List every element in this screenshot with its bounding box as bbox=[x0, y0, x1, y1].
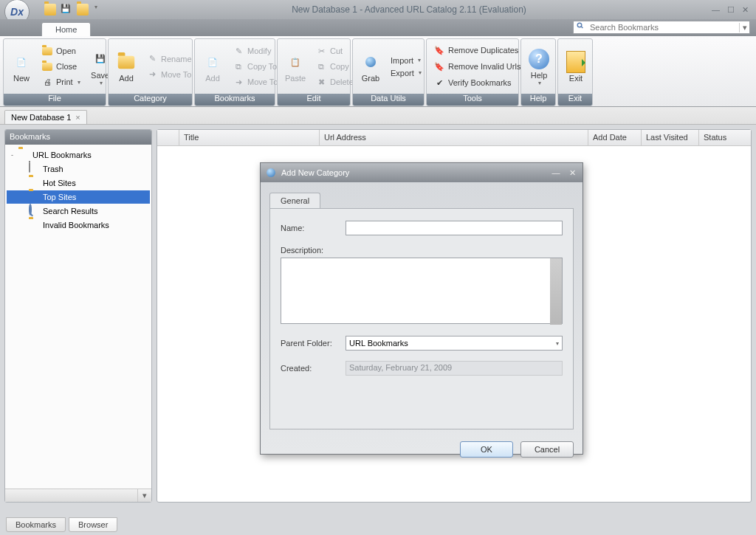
open-button[interactable]: Open bbox=[38, 44, 84, 58]
bottom-tabs: Bookmarks Browser bbox=[6, 517, 117, 532]
export-label: Export bbox=[391, 69, 414, 77]
tree-node-search-results[interactable]: Search Results bbox=[7, 204, 150, 218]
verify-label: Verify Bookmarks bbox=[448, 78, 512, 87]
import-button[interactable]: Import▾ bbox=[387, 55, 425, 66]
ribbon-group-category: Add ✎Rename ➜Move To Category bbox=[108, 38, 193, 106]
add-category-button[interactable]: Add bbox=[111, 48, 141, 85]
help-label: Help bbox=[531, 71, 548, 80]
tree-node-hot-sites[interactable]: Hot Sites bbox=[7, 176, 150, 190]
cancel-button[interactable]: Cancel bbox=[520, 441, 574, 458]
grid-col-icon[interactable] bbox=[157, 130, 179, 145]
scroll-dropdown-icon[interactable]: ▾ bbox=[138, 489, 151, 502]
paste-button[interactable]: 📋 Paste bbox=[281, 48, 310, 85]
cut-button[interactable]: ✂Cut bbox=[312, 44, 357, 58]
add-category-dialog: Add New Category — ✕ General Name: Descr… bbox=[260, 162, 583, 455]
maximize-button[interactable]: ☐ bbox=[727, 5, 735, 15]
moveto-bookmark-button[interactable]: ➜Move To bbox=[229, 75, 281, 89]
tree-node-label: Hot Sites bbox=[43, 179, 76, 187]
save-icon[interactable]: 💾 bbox=[61, 4, 72, 15]
grid-col-adddate[interactable]: Add Date bbox=[588, 130, 642, 145]
rename-category-button[interactable]: ✎Rename bbox=[142, 52, 196, 66]
search-dropdown-icon[interactable]: ▾ bbox=[739, 23, 749, 32]
copy-button[interactable]: ⧉Copy bbox=[312, 59, 357, 74]
expand-icon[interactable]: - bbox=[8, 151, 16, 159]
verify-icon: ✔ bbox=[433, 77, 445, 89]
copyto-button[interactable]: ⧉Copy To bbox=[229, 59, 281, 74]
search-input[interactable] bbox=[590, 23, 739, 32]
add-bookmark-button[interactable]: 📄 Add bbox=[198, 48, 227, 85]
delete-icon: ✖ bbox=[315, 76, 327, 88]
rename-label: Rename bbox=[161, 55, 192, 63]
dialog-titlebar[interactable]: Add New Category — ✕ bbox=[261, 163, 583, 182]
remove-duplicates-button[interactable]: 🔖Remove Duplicates bbox=[430, 43, 524, 58]
add-bookmark-label: Add bbox=[205, 74, 220, 83]
verify-bookmarks-button[interactable]: ✔Verify Bookmarks bbox=[430, 75, 524, 90]
new-button[interactable]: 📄 New bbox=[7, 48, 36, 85]
open-icon[interactable] bbox=[44, 4, 56, 15]
tree-node-top-sites[interactable]: Top Sites bbox=[7, 190, 150, 204]
exit-button[interactable]: Exit bbox=[561, 48, 591, 85]
dialog-title-text: Add New Category bbox=[281, 168, 349, 177]
bottom-tab-browser[interactable]: Browser bbox=[69, 517, 117, 532]
grid-col-status[interactable]: Status bbox=[699, 130, 751, 145]
bottom-tab-bookmarks[interactable]: Bookmarks bbox=[6, 517, 66, 532]
tree-node-label: Search Results bbox=[43, 207, 98, 215]
document-tab-row: New Database 1 × bbox=[0, 107, 756, 125]
add-icon[interactable] bbox=[77, 4, 89, 15]
close-folder-icon bbox=[41, 61, 53, 72]
copyto-icon: ⧉ bbox=[233, 61, 244, 72]
ok-button[interactable]: OK bbox=[460, 441, 513, 458]
ribbon-group-bookmarks: 📄 Add ✎Modify ⧉Copy To ➜Move To Bookmark… bbox=[194, 38, 275, 106]
search-icon bbox=[576, 21, 588, 33]
help-button[interactable]: ? Help▾ bbox=[524, 45, 554, 89]
tree-view[interactable]: -URL BookmarksTrashHot SitesTop SitesSea… bbox=[5, 145, 151, 489]
modify-icon: ✎ bbox=[233, 45, 244, 57]
remove-invalid-button[interactable]: 🔖Remove Invalid Urls bbox=[430, 59, 524, 74]
minimize-button[interactable]: — bbox=[712, 5, 720, 15]
sidebar: Bookmarks -URL BookmarksTrashHot SitesTo… bbox=[4, 129, 152, 503]
qat-dropdown-icon[interactable]: ▾ bbox=[94, 4, 106, 15]
tree-node-url-bookmarks[interactable]: -URL Bookmarks bbox=[7, 148, 150, 162]
tree-node-trash[interactable]: Trash bbox=[7, 162, 150, 176]
sidebar-hscroll[interactable]: ▾ bbox=[5, 489, 151, 502]
bookmark-add-icon: 📄 bbox=[201, 50, 224, 74]
moveto-label: Move To bbox=[247, 77, 278, 86]
print-button[interactable]: 🖨Print▾ bbox=[38, 75, 84, 89]
move-category-button[interactable]: ➜Move To bbox=[142, 67, 196, 82]
dialog-minimize-button[interactable]: — bbox=[550, 168, 562, 177]
dialog-tab-general[interactable]: General bbox=[269, 193, 320, 208]
document-tab[interactable]: New Database 1 × bbox=[4, 110, 87, 124]
save-label: Save bbox=[91, 71, 109, 80]
tree-node-invalid-bookmarks[interactable]: Invalid Bookmarks bbox=[7, 218, 150, 232]
name-input[interactable] bbox=[346, 221, 563, 235]
cut-icon: ✂ bbox=[315, 45, 327, 57]
grid-col-url[interactable]: Url Address bbox=[320, 130, 588, 145]
modify-button[interactable]: ✎Modify bbox=[229, 44, 281, 58]
moveto-icon: ➜ bbox=[233, 76, 244, 88]
close-tab-icon[interactable]: × bbox=[75, 113, 80, 122]
exit-icon bbox=[564, 50, 588, 74]
tab-home[interactable]: Home bbox=[41, 22, 91, 36]
copy-label: Copy bbox=[330, 62, 349, 71]
group-label-help: Help bbox=[521, 94, 555, 106]
chevron-down-icon: ▾ bbox=[100, 80, 103, 86]
description-textarea[interactable] bbox=[281, 258, 563, 324]
import-label: Import bbox=[391, 56, 413, 65]
export-button[interactable]: Export▾ bbox=[387, 67, 425, 79]
copy-icon: ⧉ bbox=[315, 61, 327, 72]
dialog-close-button[interactable]: ✕ bbox=[566, 168, 578, 178]
close-button[interactable]: ✕ bbox=[742, 5, 749, 15]
content-area: Title Url Address Add Date Last Visited … bbox=[157, 129, 752, 503]
move-icon: ➜ bbox=[146, 69, 158, 80]
grid-col-title[interactable]: Title bbox=[179, 130, 320, 145]
textarea-scrollbar[interactable] bbox=[550, 258, 562, 325]
ribbon-group-exit: Exit Exit bbox=[557, 38, 593, 106]
close-file-button[interactable]: Close bbox=[38, 59, 84, 74]
delete-button[interactable]: ✖Delete bbox=[312, 75, 357, 89]
parent-folder-select[interactable]: URL Bookmarks ▾ bbox=[346, 336, 563, 351]
quick-access-toolbar: 💾 ▾ bbox=[44, 4, 106, 15]
grab-button[interactable]: Grab bbox=[356, 48, 385, 85]
grid-col-lastvisited[interactable]: Last Visited bbox=[642, 130, 699, 145]
search-bookmarks-box[interactable]: ▾ bbox=[573, 21, 750, 34]
removedup-label: Remove Duplicates bbox=[448, 46, 518, 55]
